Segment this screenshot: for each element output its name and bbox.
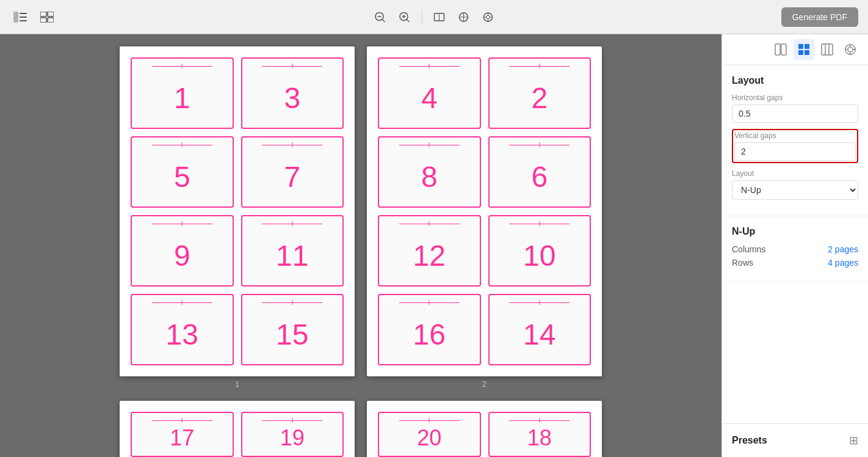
card-13: 13: [131, 294, 234, 365]
card-6: 6: [488, 136, 591, 208]
canvas-area[interactable]: 1 3 5 7 9 11 13 15 1 4 2 8 6 12: [0, 34, 722, 457]
card-3: 3: [241, 57, 344, 129]
layout-type-field: Layout N-Up: [732, 169, 858, 200]
svg-rect-26: [775, 44, 780, 55]
zoom-in-button[interactable]: [395, 7, 414, 27]
svg-rect-2: [20, 16, 27, 18]
svg-rect-31: [805, 50, 809, 55]
svg-rect-0: [13, 12, 18, 23]
card-7: 7: [241, 136, 344, 208]
svg-rect-30: [798, 50, 803, 55]
svg-rect-7: [48, 18, 54, 23]
presets-grid-icon[interactable]: ⊞: [849, 434, 858, 447]
svg-line-14: [407, 20, 410, 22]
vertical-gaps-input[interactable]: [734, 142, 856, 161]
card-4: 4: [378, 57, 481, 129]
zoom-out-button[interactable]: [371, 7, 390, 27]
card-11: 11: [241, 215, 344, 287]
nup-title: N-Up: [732, 226, 858, 237]
toolbar-right: Generate PDF: [781, 7, 858, 27]
fit-width-button[interactable]: [454, 7, 474, 27]
columns-label: Columns: [732, 244, 765, 254]
pages-row-2: 17 19 20 18: [120, 401, 602, 457]
vertical-gaps-highlight: Vertical gaps: [732, 129, 858, 163]
vertical-gaps-field: Vertical gaps: [734, 131, 856, 161]
generate-pdf-button[interactable]: Generate PDF: [781, 7, 858, 27]
svg-point-21: [486, 15, 490, 19]
card-15: 15: [241, 294, 344, 365]
layout-type-label: Layout: [732, 169, 858, 178]
page-1: 1 3 5 7 9 11 13 15: [120, 46, 355, 376]
rows-value[interactable]: 4 pages: [828, 258, 858, 268]
horizontal-gaps-field: Horizontal gaps: [732, 93, 858, 123]
panel-icon-layout[interactable]: [794, 39, 814, 60]
nup-section: N-Up Columns 2 pages Rows 4 pages: [722, 216, 868, 282]
svg-rect-28: [798, 44, 803, 49]
panel-icon-pages[interactable]: [770, 39, 791, 60]
svg-point-36: [848, 47, 853, 52]
page-label-1: 1: [235, 380, 239, 389]
presets-title: Presets: [732, 435, 767, 446]
card-20: 20: [378, 412, 481, 457]
horizontal-gaps-label: Horizontal gaps: [732, 93, 858, 102]
toolbar-left: [10, 8, 57, 26]
columns-value[interactable]: 2 pages: [828, 244, 858, 254]
horizontal-gaps-input[interactable]: [732, 104, 858, 123]
layout-section-title: Layout: [732, 75, 858, 86]
columns-row: Columns 2 pages: [732, 244, 858, 254]
card-14: 14: [488, 294, 591, 365]
page-wrapper-1: 1 3 5 7 9 11 13 15 1: [120, 46, 355, 389]
card-2: 2: [488, 57, 591, 129]
card-16: 16: [378, 294, 481, 365]
svg-rect-27: [781, 44, 786, 55]
card-19: 19: [241, 412, 344, 457]
page-label-2: 2: [482, 380, 486, 389]
card-8: 8: [378, 136, 481, 208]
svg-rect-4: [40, 12, 46, 16]
rows-label: Rows: [732, 258, 753, 268]
card-10: 10: [488, 215, 591, 287]
card-5: 5: [131, 136, 234, 208]
page-wrapper-2: 4 2 8 6 12 10 16 14 2: [367, 46, 602, 389]
svg-rect-3: [20, 20, 27, 21]
view-toggle-button[interactable]: [37, 8, 57, 26]
partial-page-3: 17 19: [120, 401, 355, 457]
layout-type-select[interactable]: N-Up: [732, 180, 858, 200]
card-18: 18: [488, 412, 591, 457]
toolbar: Generate PDF: [0, 0, 868, 34]
svg-rect-29: [805, 44, 809, 49]
panel-icon-crop[interactable]: [817, 39, 837, 60]
right-panel: Layout Horizontal gaps Vertical gaps Lay…: [722, 34, 868, 457]
main-area: 1 3 5 7 9 11 13 15 1 4 2 8 6 12: [0, 34, 868, 457]
card-9: 9: [131, 215, 234, 287]
page-wrapper-3: 17 19: [120, 401, 355, 457]
sidebar-toggle-button[interactable]: [10, 8, 31, 26]
fit-page-button[interactable]: [430, 7, 449, 27]
toolbar-divider: [422, 10, 422, 24]
card-17: 17: [131, 412, 234, 457]
svg-rect-6: [40, 18, 46, 23]
presets-section: Presets ⊞: [722, 423, 868, 457]
card-12: 12: [378, 215, 481, 287]
svg-line-10: [383, 20, 385, 22]
page-wrapper-4: 20 18: [367, 401, 602, 457]
vertical-gaps-label: Vertical gaps: [734, 131, 856, 140]
page-2: 4 2 8 6 12 10 16 14: [367, 46, 602, 376]
svg-rect-32: [822, 44, 833, 55]
svg-rect-1: [20, 13, 27, 14]
panel-layout-section: Layout Horizontal gaps Vertical gaps Lay…: [722, 65, 868, 216]
panel-icon-bar: [722, 34, 868, 65]
panel-spacer: [722, 282, 868, 423]
toolbar-center: [371, 7, 498, 27]
panel-icon-target[interactable]: [840, 39, 861, 60]
card-1: 1: [131, 57, 234, 129]
partial-page-4: 20 18: [367, 401, 602, 457]
pages-row-1: 1 3 5 7 9 11 13 15 1 4 2 8 6 12: [120, 46, 602, 389]
rows-row: Rows 4 pages: [732, 258, 858, 268]
svg-rect-5: [48, 12, 54, 16]
fit-full-button[interactable]: [479, 7, 498, 27]
